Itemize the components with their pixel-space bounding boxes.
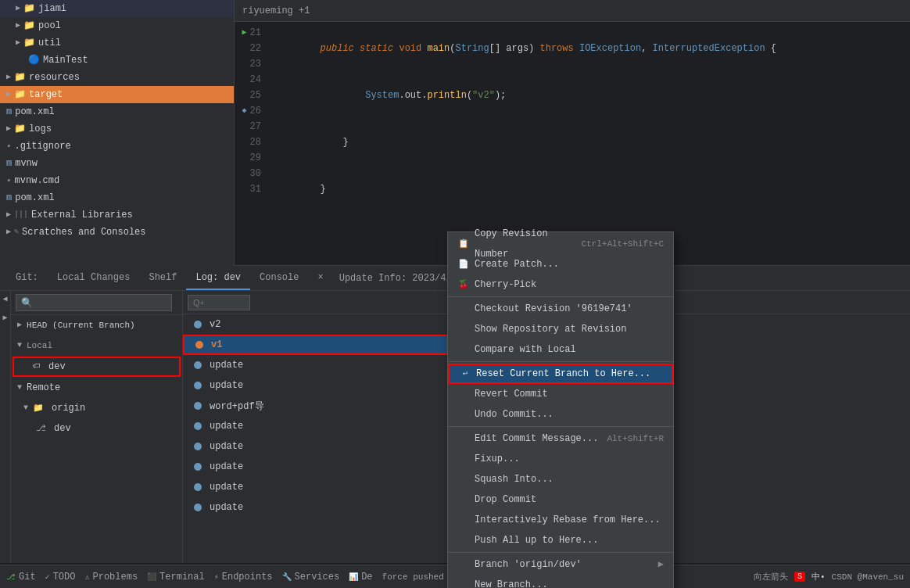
nav-fwd-icon[interactable]: ▶ [2,313,7,322]
git-head-item[interactable]: ▶ HEAD (Current Branch) [11,315,182,335]
status-todo-label: TODO [53,572,76,583]
menu-sep-2 [448,361,673,362]
menu-item-cherry-pick[interactable]: 🍒 Cherry-Pick [448,274,673,295]
menu-item-reset-branch[interactable]: ↩ Reset Current Branch to Here... [448,364,673,384]
menu-item-revert[interactable]: Revert Commit [448,384,673,404]
tree-item-mvnw[interactable]: m mvnw [0,155,234,172]
status-git[interactable]: ⎇ Git [6,572,36,583]
status-profiler[interactable]: 📊 De [349,572,372,583]
revert-icon [457,388,470,400]
nav-back-icon[interactable]: ◀ [2,294,7,303]
folder-icon: 📁 [14,69,26,86]
menu-item-copy-revision[interactable]: 📋 Copy Revision Number Ctrl+Alt+Shift+C [448,234,673,254]
menu-item-rebase[interactable]: Interactively Rebase from Here... [448,510,673,530]
commit-update1[interactable]: update [183,355,448,375]
tree-item-ext-libs[interactable]: ▶ ||| External Libraries [0,206,234,224]
tab-console[interactable]: Console [250,266,308,290]
tab-local-changes[interactable]: Local Changes [48,266,140,290]
head-label: HEAD (Current Branch) [27,315,135,335]
line-num-22: 22 [235,41,267,56]
menu-drop-label: Drop Commit [475,489,536,510]
line-num-29: 29 [235,150,267,166]
commit-update5[interactable]: update [183,457,448,477]
status-problems[interactable]: ⚠ Problems [84,572,138,583]
tab-local-changes-label: Local Changes [57,272,131,283]
tree-item-pool[interactable]: ▶ 📁 pool [0,17,234,34]
tree-item-pom1[interactable]: m pom.xml [0,103,234,120]
menu-item-push[interactable]: Push All up to Here... [448,530,673,550]
tab-shelf[interactable]: Shelf [139,266,186,290]
status-terminal[interactable]: ⬛ Terminal [147,572,205,583]
menu-item-edit-msg[interactable]: Edit Commit Message... Alt+Shift+R [448,428,673,449]
tree-item-target[interactable]: ▶ 📁 target [0,86,234,103]
status-right: 向左箭头 S 中• CSDN @Maven_su [754,571,904,583]
commit-update3[interactable]: update [183,416,448,436]
git-origin-item[interactable]: ▼ 📁 origin [11,398,182,418]
menu-item-undo-commit[interactable]: Undo Commit... [448,404,673,425]
search-row [11,291,182,315]
commit-search-input[interactable] [188,295,250,310]
status-todo[interactable]: ✓ TODO [45,572,76,583]
menu-item-drop-commit[interactable]: Drop Commit [448,489,673,510]
commit-wordpdf-label: word+pdf导 [210,400,264,413]
git-dev-branch[interactable]: 🏷 dev [13,357,181,377]
menu-item-new-branch[interactable]: New Branch... [448,575,673,588]
commit-v1-label: v1 [211,339,222,350]
tree-item-resources[interactable]: ▶ 📁 resources [0,69,234,86]
commit-update2[interactable]: update [183,375,448,396]
commit-v2[interactable]: v2 [183,314,448,335]
status-services[interactable]: 🔧 Services [282,572,340,583]
commit-v1[interactable]: v1 [183,335,448,355]
tree-item-jiami[interactable]: ▶ 📁 jiami [0,0,234,17]
tab-console-label: Console [260,272,299,283]
line-num-31: 31 [235,181,267,197]
menu-item-checkout[interactable]: Checkout Revision '9619e741' [448,299,673,319]
menu-sep-3 [448,426,673,427]
menu-item-branch-origin[interactable]: Branch 'origin/dev' ▶ [448,554,673,575]
commit-update6[interactable]: update [183,477,448,497]
tree-item-gitignore[interactable]: ▪ .gitignore [0,138,234,155]
code-line-28 [275,134,902,150]
menu-item-show-repo[interactable]: Show Repository at Revision [448,319,673,339]
checkout-icon [457,303,470,315]
menu-new-branch-label: New Branch... [475,575,548,588]
git-origin-dev[interactable]: ⎇ dev [11,418,182,439]
tree-item-logs[interactable]: ▶ 📁 logs [0,120,234,138]
menu-item-fixup[interactable]: Fixup... [448,449,673,469]
menu-squash-label: Squash Into... [475,469,554,489]
folder-icon: 📁 [14,120,26,138]
file-icon: m [6,189,12,206]
commit-wordpdf[interactable]: word+pdf导 [183,396,448,416]
code-line-26 [275,103,902,119]
tree-item-pom2[interactable]: m pom.xml [0,189,234,206]
tab-log-dev-label: Log: dev [195,272,241,283]
commit-update4[interactable]: update [183,436,448,457]
menu-edit-msg-label: Edit Commit Message... [475,428,598,449]
tab-git[interactable]: Git: [6,266,48,290]
menu-item-squash[interactable]: Squash Into... [448,469,673,489]
commit-update7[interactable]: update [183,497,448,518]
menu-branch-origin-label: Branch 'origin/dev' [475,554,582,575]
tree-item-util[interactable]: ▶ 📁 util [0,34,234,52]
git-local-section: ▼ Local [11,335,182,356]
status-profiler-label: De [361,572,372,583]
git-search-input[interactable] [16,294,172,311]
menu-cherry-pick-label: Cherry-Pick [475,274,536,295]
file-icon: 🔵 [28,52,40,69]
commit-update6-label: update [210,482,243,493]
chevron-icon: ▶ [16,0,20,17]
menu-fixup-label: Fixup... [475,449,520,469]
tree-item-scratches[interactable]: ▶ ✎ Scratches and Consoles [0,224,234,241]
status-endpoints[interactable]: ⚡ Endpoints [214,572,273,583]
commit-update7-label: update [210,502,243,513]
copy-icon: 📋 [457,238,470,250]
menu-item-compare[interactable]: Compare with Local [448,339,673,360]
tab-close[interactable]: × [308,266,332,290]
tree-item-maintest[interactable]: 🔵 MainTest [0,52,234,69]
terminal-icon: ⬛ [147,572,156,582]
tab-log-dev[interactable]: Log: dev [186,266,250,290]
edit-msg-shortcut: Alt+Shift+R [607,428,664,449]
tree-item-label: Scratches and Consoles [22,224,145,241]
tree-item-mvnwcmd[interactable]: ▪ mvnw.cmd [0,172,234,189]
reset-icon: ↩ [459,368,471,380]
